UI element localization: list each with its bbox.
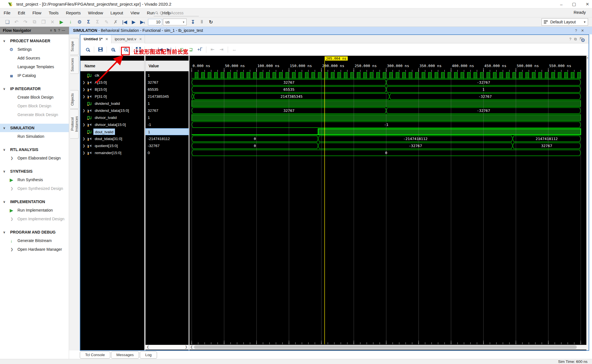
wave-tab-untitled-1-[interactable]: Untitled 1*✕ (80, 35, 111, 43)
scrollbar-thumb[interactable] (194, 345, 577, 349)
float-window-icon[interactable]: ⧉ (574, 37, 580, 41)
help-icon[interactable]: ? (58, 28, 62, 32)
close-icon[interactable]: ✕ (139, 37, 142, 41)
runtime-input[interactable] (148, 19, 162, 25)
flow-item-ip-catalog[interactable]: ⧈IP Catalog (0, 71, 69, 80)
flow-item-generate-bitstream[interactable]: ↓Generate Bitstream (0, 236, 69, 245)
close-icon[interactable]: ✕ (105, 37, 108, 41)
side-tab-objects[interactable]: Objects (70, 90, 79, 109)
signal-value[interactable]: 1 (145, 72, 189, 79)
generate-bitstream-icon[interactable]: ↓ (67, 18, 74, 26)
signal-row[interactable]: ❯P[31:0] (80, 93, 144, 100)
side-tab-sources[interactable]: Sources (70, 56, 79, 74)
section-header-synthesis[interactable]: ∨SYNTHESIS (0, 167, 69, 176)
section-header-rtl-analysis[interactable]: ∨RTL ANALYSIS (0, 145, 69, 154)
scroll-right-icon[interactable]: ❯ (185, 345, 187, 349)
undo-icon[interactable]: ↶ (13, 18, 20, 26)
flow-item-run-simulation[interactable]: Run Simulation (0, 132, 69, 141)
flow-item-run-implementation[interactable]: ▶Run Implementation (0, 206, 69, 215)
expand-chevron-icon[interactable]: ❯ (83, 93, 85, 100)
open-file-icon[interactable]: ❏ (4, 18, 11, 26)
signal-row[interactable]: ❯quotient[15:0] (80, 142, 144, 149)
expand-icon[interactable]: ⇅ (54, 28, 58, 32)
signal-row[interactable]: ❯dividend_tdata[15:0] (80, 107, 144, 114)
run-icon[interactable]: ▶ (58, 18, 65, 26)
add-marker-icon[interactable]: +Γ (196, 46, 204, 54)
signal-row[interactable]: ❯B[15:0] (80, 86, 144, 93)
swap-cursors-icon[interactable]: ↔ (230, 46, 238, 54)
redo-icon[interactable]: ↷ (22, 18, 29, 26)
wave-horizontal-scrollbar[interactable]: ❮ (189, 345, 586, 350)
expand-chevron-icon[interactable]: ❯ (83, 79, 85, 86)
collapse-all-icon[interactable]: ≡ (50, 28, 54, 32)
bottom-tab-messages[interactable]: Messages (111, 351, 139, 359)
value-panel-scrollbar[interactable]: ❮ ❯ (145, 345, 189, 350)
go-to-next-marker-icon[interactable]: ⇥ (218, 46, 226, 54)
signal-value[interactable]: 32767 (145, 79, 189, 86)
expand-chevron-icon[interactable]: ❯ (83, 142, 85, 149)
section-header-implementation[interactable]: ∨IMPLEMENTATION (0, 197, 69, 206)
runtime-unit-select[interactable]: us▾ (163, 19, 187, 25)
expand-chevron-icon[interactable]: ❯ (83, 86, 85, 93)
relaunch-icon[interactable]: ↻ (207, 18, 215, 26)
help-icon[interactable]: ? (569, 37, 574, 41)
run-all-icon[interactable]: ▶ (130, 18, 137, 26)
flow-item-add-sources[interactable]: Add Sources (0, 54, 69, 63)
wave-settings-gear-icon[interactable]: ⚙ (581, 37, 585, 43)
flow-item-language-templates[interactable]: Language Templates (0, 63, 69, 71)
delete-icon[interactable]: ✕ (49, 18, 56, 26)
quick-access-search[interactable]: Quick Access (154, 10, 199, 16)
side-tab-scope[interactable]: Scope (70, 38, 79, 55)
signal-row[interactable]: dividend_tvalid (80, 100, 144, 107)
side-tab-protocol-instances[interactable]: Protocol Instances (70, 109, 79, 139)
go-to-previous-marker-icon[interactable]: ⇤ (209, 46, 217, 54)
close-button[interactable]: ✕ (586, 2, 589, 7)
signal-row[interactable]: ❯divisor_tdata[15:0] (80, 121, 144, 128)
signal-row[interactable]: divisor_tvalid (80, 114, 144, 121)
help-icon[interactable]: ? (575, 28, 581, 33)
menu-flow[interactable]: Flow (29, 8, 45, 17)
bottom-tab-log[interactable]: Log (140, 351, 157, 359)
run-for-time-icon[interactable]: ▶ₜ (139, 18, 146, 26)
pause-icon[interactable]: ‖ (198, 18, 206, 26)
signal-row[interactable]: dout_tvalid (80, 128, 144, 135)
flow-item-create-block-design[interactable]: Create Block Design (0, 93, 69, 102)
settings-gear-icon[interactable]: ⚙ (76, 18, 83, 26)
value-column-header[interactable]: Value (145, 61, 189, 71)
signal-value[interactable]: 0 (145, 149, 189, 156)
menu-tools[interactable]: Tools (45, 8, 62, 17)
minimize-button[interactable]: – (560, 2, 562, 7)
expand-chevron-icon[interactable]: ❯ (83, 121, 85, 128)
section-header-project-manager[interactable]: ∨PROJECT MANAGER (0, 37, 69, 45)
flow-item-settings[interactable]: ⚙Settings (0, 45, 69, 54)
maximize-button[interactable]: ▢ (572, 2, 576, 7)
section-header-ip-integrator[interactable]: ∨IP INTEGRATOR (0, 85, 69, 93)
bottom-tab-tcl-console[interactable]: Tcl Console (80, 351, 110, 359)
signal-value[interactable]: 1 (145, 100, 189, 107)
restart-simulation-icon[interactable]: |◀ (121, 18, 128, 26)
signal-value[interactable]: 1 (145, 128, 189, 135)
menu-window[interactable]: Window (84, 8, 107, 17)
section-header-program-and-debug[interactable]: ∨PROGRAM AND DEBUG (0, 228, 69, 236)
signal-value[interactable]: 32767 (145, 107, 189, 114)
scroll-left-icon[interactable]: ❮ (190, 345, 193, 349)
copy-icon[interactable]: ⧉ (31, 18, 38, 26)
waveform-plot-area[interactable]: 0.000 ns50.000 ns100.000 ns150.000 ns200… (189, 56, 586, 350)
edit-disabled-icon[interactable]: ✎ (103, 18, 110, 26)
signal-row[interactable]: ❯dout_tdata[31:0] (80, 135, 144, 142)
menu-file[interactable]: File (0, 8, 14, 17)
close-simulation-icon[interactable]: ✕ (581, 28, 588, 33)
signal-value[interactable]: -1 (145, 121, 189, 128)
scroll-left-icon[interactable]: ❮ (147, 345, 149, 349)
menu-layout[interactable]: Layout (107, 8, 127, 17)
report-sigma-icon[interactable]: Σ (85, 18, 92, 26)
flow-item-open-elaborated-design[interactable]: ❯Open Elaborated Design (0, 154, 69, 163)
signal-value[interactable]: 2147385345 (145, 93, 189, 100)
waveform-canvas[interactable]: 0.000 ns50.000 ns100.000 ns150.000 ns200… (189, 56, 586, 344)
paste-icon[interactable]: ❐ (40, 18, 47, 26)
wave-vertical-scrollbar[interactable]: ▲ (586, 56, 589, 350)
signal-value[interactable]: -2147418112 (145, 135, 189, 142)
clear-marks-icon[interactable]: ✗ (112, 18, 119, 26)
signal-value[interactable]: 1 (145, 114, 189, 121)
expand-chevron-icon[interactable]: ❯ (83, 149, 85, 156)
